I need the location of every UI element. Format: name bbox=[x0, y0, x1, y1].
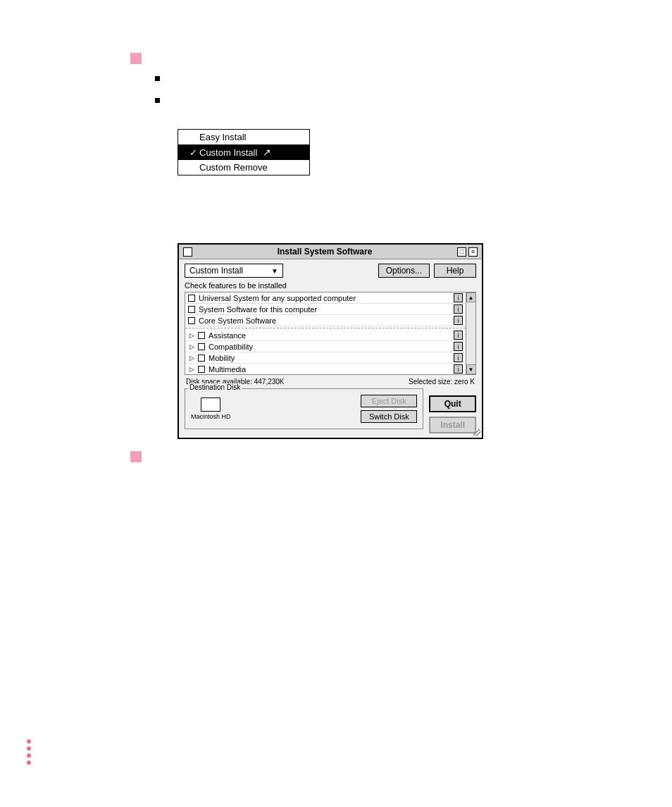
feature-item-system-this: System Software for this computer i bbox=[185, 304, 466, 315]
dot-3 bbox=[27, 753, 31, 758]
feature-label-multimedia: Multimedia bbox=[209, 365, 452, 374]
titlebar-buttons bbox=[183, 247, 192, 257]
help-button[interactable]: Help bbox=[434, 264, 476, 278]
bottom-dots bbox=[27, 739, 31, 765]
bullet-item-1 bbox=[155, 76, 167, 81]
destination-disk-content: Macintosh HD Eject Disk Switch Disk bbox=[191, 395, 417, 423]
feature-label-assistance: Assistance bbox=[209, 331, 452, 340]
feature-list-scrollbar: ▲ ▼ bbox=[466, 292, 475, 374]
menu-item-easy-install[interactable]: Easy Install bbox=[178, 130, 309, 144]
dot-2 bbox=[27, 746, 31, 751]
scroll-track[interactable] bbox=[466, 302, 475, 364]
top-pink-marker bbox=[130, 53, 142, 64]
mode-dropdown[interactable]: Custom Install ▼ bbox=[185, 264, 283, 278]
feature-item-mobility: ▷ Mobility i bbox=[185, 352, 466, 364]
top-button-group: Options... Help bbox=[378, 264, 476, 278]
feature-info-multimedia[interactable]: i bbox=[454, 364, 463, 374]
features-label: Check features to be installed bbox=[185, 281, 476, 290]
feature-checkbox-system-this[interactable] bbox=[188, 306, 195, 313]
expand-btn-compatibility[interactable]: ▷ bbox=[188, 343, 195, 350]
disk-space-selected-value: zero K bbox=[454, 378, 475, 386]
disk-action-buttons: Eject Disk Switch Disk bbox=[361, 395, 417, 423]
quit-button[interactable]: Quit bbox=[429, 395, 476, 412]
feature-label-system-this: System Software for this computer bbox=[199, 305, 452, 314]
menu-item-custom-install-label: Custom Install bbox=[199, 147, 257, 158]
zoom-button[interactable]: □ bbox=[457, 247, 466, 257]
feature-checkbox-assistance[interactable] bbox=[198, 332, 205, 339]
feature-item-core: Core System Software i bbox=[185, 315, 466, 326]
expand-btn-assistance[interactable]: ▷ bbox=[188, 332, 195, 339]
feature-label-core: Core System Software bbox=[199, 316, 452, 325]
destination-disk-box: Destination Disk Macintosh HD Eject Disk… bbox=[185, 388, 423, 429]
feature-info-mobility[interactable]: i bbox=[454, 353, 463, 362]
bottom-section: Destination Disk Macintosh HD Eject Disk… bbox=[185, 388, 476, 433]
mid-pink-marker bbox=[130, 451, 142, 462]
feature-checkbox-multimedia[interactable] bbox=[198, 366, 205, 373]
scroll-down-button[interactable]: ▼ bbox=[466, 364, 476, 374]
menu-item-custom-remove-label: Custom Remove bbox=[199, 162, 268, 173]
expand-btn-mobility[interactable]: ▷ bbox=[188, 355, 195, 362]
feature-info-universal[interactable]: i bbox=[454, 293, 463, 302]
feature-checkbox-mobility[interactable] bbox=[198, 355, 205, 362]
dialog-titlebar: Install System Software □ ≡ bbox=[179, 245, 482, 259]
feature-label-mobility: Mobility bbox=[209, 354, 452, 362]
disk-icon bbox=[201, 398, 220, 412]
feature-list-content: Universal System for any supported compu… bbox=[185, 292, 466, 374]
bullet-section bbox=[155, 76, 167, 120]
dialog-body: Custom Install ▼ Options... Help Check f… bbox=[179, 259, 482, 438]
checkmark-remove bbox=[189, 162, 199, 173]
dot-1 bbox=[27, 739, 31, 744]
options-button[interactable]: Options... bbox=[378, 264, 430, 278]
eject-disk-button[interactable]: Eject Disk bbox=[361, 395, 417, 407]
scroll-up-button[interactable]: ▲ bbox=[466, 292, 476, 302]
bullet-icon-1 bbox=[155, 76, 160, 81]
feature-info-system-this[interactable]: i bbox=[454, 304, 463, 314]
mode-dropdown-label: Custom Install bbox=[189, 266, 243, 276]
menu-item-custom-install[interactable]: ✓ Custom Install ↗ bbox=[178, 144, 309, 160]
feature-info-compatibility[interactable]: i bbox=[454, 342, 463, 351]
cursor-icon: ↗ bbox=[263, 147, 271, 158]
menu-item-custom-remove[interactable]: Custom Remove bbox=[178, 160, 309, 175]
feature-list-container: Universal System for any supported compu… bbox=[185, 292, 476, 375]
disk-space-selected-label: Selected size: zero K bbox=[409, 378, 475, 386]
dropdown-arrow-icon: ▼ bbox=[271, 267, 278, 275]
dialog-title: Install System Software bbox=[192, 247, 457, 257]
bullet-icon-2 bbox=[155, 98, 160, 103]
disk-space-selected-text: Selected size: bbox=[409, 378, 454, 386]
feature-checkbox-compatibility[interactable] bbox=[198, 343, 205, 350]
disk-name-label: Macintosh HD bbox=[191, 413, 231, 420]
resize-handle[interactable] bbox=[473, 429, 480, 436]
expand-btn-multimedia[interactable]: ▷ bbox=[188, 366, 195, 373]
install-mode-dropdown-menu: Easy Install ✓ Custom Install ↗ Custom R… bbox=[178, 129, 310, 175]
collapse-button[interactable]: ≡ bbox=[468, 247, 478, 257]
switch-disk-button[interactable]: Switch Disk bbox=[361, 410, 417, 423]
disk-icon-area: Macintosh HD bbox=[191, 398, 231, 420]
destination-disk-wrapper: Destination Disk Macintosh HD Eject Disk… bbox=[185, 388, 423, 429]
main-action-buttons: Quit Install bbox=[429, 395, 476, 433]
bullet-item-2 bbox=[155, 98, 167, 103]
feature-checkbox-universal[interactable] bbox=[188, 295, 195, 302]
titlebar-right-buttons: □ ≡ bbox=[457, 247, 478, 257]
install-dialog: Install System Software □ ≡ Custom Insta… bbox=[178, 243, 483, 439]
feature-info-assistance[interactable]: i bbox=[454, 331, 463, 340]
destination-disk-label: Destination Disk bbox=[188, 383, 242, 391]
feature-checkbox-core[interactable] bbox=[188, 317, 195, 324]
dialog-top-row: Custom Install ▼ Options... Help bbox=[185, 264, 476, 278]
feature-item-assistance: ▷ Assistance i bbox=[185, 330, 466, 341]
close-button[interactable] bbox=[183, 247, 192, 257]
feature-item-compatibility: ▷ Compatibility i bbox=[185, 341, 466, 352]
install-button[interactable]: Install bbox=[429, 417, 476, 433]
feature-info-core[interactable]: i bbox=[454, 316, 463, 325]
dot-4 bbox=[27, 760, 31, 765]
disk-space-available-value: 447,230K bbox=[254, 378, 285, 386]
menu-item-easy-install-label: Easy Install bbox=[199, 132, 246, 142]
checkmark-easy bbox=[189, 132, 199, 142]
feature-item-multimedia: ▷ Multimedia i bbox=[185, 364, 466, 374]
feature-item-universal: Universal System for any supported compu… bbox=[185, 292, 466, 304]
feature-label-universal: Universal System for any supported compu… bbox=[199, 294, 452, 302]
feature-label-compatibility: Compatibility bbox=[209, 343, 452, 351]
checkmark-custom: ✓ bbox=[189, 147, 199, 158]
features-separator bbox=[185, 328, 466, 328]
